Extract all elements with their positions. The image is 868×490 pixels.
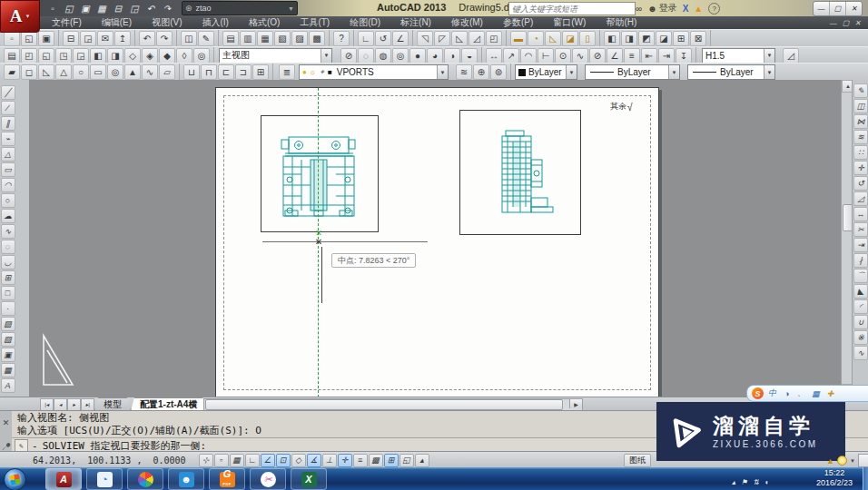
arc-icon[interactable]: ◠ bbox=[1, 178, 15, 192]
snap-mode-toggle[interactable]: ▫ bbox=[214, 454, 229, 467]
qat-print-icon[interactable]: ◲ bbox=[127, 2, 142, 15]
annotation-bulb-icon[interactable] bbox=[837, 456, 847, 466]
qat-plot-icon[interactable]: ⊟ bbox=[111, 2, 125, 15]
qat-redo-icon[interactable]: ↷ bbox=[160, 2, 174, 15]
tab-first-button[interactable]: |◂ bbox=[40, 398, 54, 411]
wireframe-2d-icon[interactable]: ◌ bbox=[358, 48, 374, 64]
tab-layout-a4[interactable]: 配置1-zt-A4横 bbox=[131, 397, 206, 411]
extend-icon[interactable]: ⇥ bbox=[853, 238, 868, 252]
view-dropdown[interactable]: 主视图▼ bbox=[219, 48, 332, 64]
union-icon[interactable]: ⊔ bbox=[183, 64, 200, 80]
designcenter-icon[interactable]: ▥ bbox=[240, 31, 256, 46]
qat-undo-icon[interactable]: ↶ bbox=[143, 2, 158, 15]
tray-volume-icon[interactable]: ◖ bbox=[764, 478, 769, 486]
preview-icon[interactable]: ◲ bbox=[80, 31, 96, 46]
surface-ruled-icon[interactable]: ◪ bbox=[562, 31, 578, 46]
undo-icon[interactable]: ↶ bbox=[139, 31, 155, 46]
ucs-x-icon[interactable]: ◹ bbox=[417, 31, 433, 46]
insert-block-icon[interactable]: ⊞ bbox=[1, 270, 15, 285]
ortho-mode-toggle[interactable]: ∟ bbox=[245, 454, 260, 467]
trim-icon[interactable]: ✂ bbox=[853, 222, 868, 237]
construction-line-icon[interactable]: ∕ bbox=[1, 101, 15, 115]
sketchy-icon[interactable]: ◒ bbox=[461, 48, 478, 64]
object-snap-3d-toggle[interactable]: ◇ bbox=[291, 454, 306, 467]
layer-dropdown[interactable]: ●☼✦■ VPORTS ▼ bbox=[299, 64, 449, 80]
shaded-icon[interactable]: ◑ bbox=[444, 48, 460, 64]
make-block-icon[interactable]: □ bbox=[1, 286, 15, 300]
qat-save-as-icon[interactable]: ▦ bbox=[94, 2, 109, 15]
view-front-icon[interactable]: ◧ bbox=[90, 48, 106, 64]
fillet-icon[interactable]: ◜ bbox=[853, 299, 868, 314]
press-pull-icon[interactable]: ⊞ bbox=[252, 64, 269, 80]
new-icon[interactable]: ▫ bbox=[4, 31, 20, 46]
ime-toolbox-icon[interactable]: ✚ bbox=[824, 387, 836, 399]
chevron-down-icon[interactable]: ▼ bbox=[850, 458, 855, 464]
wireframe-icon[interactable]: ◍ bbox=[375, 48, 391, 64]
taskbar-sogou-input[interactable]: ☻ bbox=[168, 468, 204, 490]
qat-new-icon[interactable]: ▫ bbox=[45, 2, 60, 15]
close-button[interactable]: ✕ bbox=[846, 2, 862, 15]
explode-icon[interactable]: ※ bbox=[853, 330, 868, 345]
layer-states-icon[interactable]: ≋ bbox=[456, 64, 472, 80]
ucs-view-icon[interactable]: ◰ bbox=[486, 31, 502, 46]
polygon-icon[interactable]: △ bbox=[1, 147, 15, 162]
polysolid-icon[interactable]: ▰ bbox=[4, 64, 20, 80]
circle-icon[interactable]: ○ bbox=[1, 193, 15, 208]
polyline-icon[interactable]: ⌁ bbox=[1, 132, 15, 146]
break-icon[interactable]: ⌒ bbox=[853, 269, 868, 283]
selection-cycling-toggle[interactable]: ◱ bbox=[399, 454, 414, 467]
dim-quick-icon[interactable]: ≡ bbox=[624, 48, 640, 64]
lineweight-dropdown[interactable]: ByLayer▼ bbox=[687, 64, 775, 80]
menu-item[interactable]: 插入(I) bbox=[192, 16, 238, 29]
publish-icon[interactable]: ✉ bbox=[97, 31, 113, 46]
show-desktop-button[interactable] bbox=[863, 467, 868, 490]
multiline-icon[interactable]: ∥ bbox=[1, 116, 15, 131]
dim-aligned-icon[interactable]: ↗ bbox=[503, 48, 519, 64]
annotation-monitor-toggle[interactable]: ▴ bbox=[415, 454, 429, 467]
redo-icon[interactable]: ↷ bbox=[156, 31, 173, 46]
infer-constraints-toggle[interactable]: ⊹ bbox=[199, 454, 213, 467]
ucs-object-icon[interactable]: ∠ bbox=[392, 31, 409, 46]
application-menu-button[interactable]: A▼ bbox=[0, 0, 40, 33]
copy-clip-icon[interactable]: ◫ bbox=[181, 31, 197, 46]
dim-leader-icon[interactable]: ↧ bbox=[676, 48, 692, 64]
plane-icon[interactable]: ▱ bbox=[159, 64, 175, 80]
layer-properties-icon[interactable]: ≣ bbox=[279, 64, 295, 80]
scale-icon[interactable]: ◿ bbox=[853, 191, 868, 206]
menu-item[interactable]: 窗口(W) bbox=[543, 16, 596, 29]
conceptual-icon[interactable]: ◕ bbox=[427, 48, 443, 64]
draworder-under-icon[interactable]: ◪ bbox=[656, 31, 672, 46]
annotation-warning-icon[interactable]: ▲ bbox=[826, 456, 834, 466]
linetype-dropdown[interactable]: ByLayer▼ bbox=[585, 64, 680, 80]
erase-icon[interactable]: ✎ bbox=[853, 83, 868, 98]
taskbar-excel[interactable]: X bbox=[291, 468, 327, 490]
view-left-icon[interactable]: ◳ bbox=[55, 48, 72, 64]
quickcalc-icon[interactable]: ▩ bbox=[309, 31, 325, 46]
ucs-world-icon[interactable]: ↺ bbox=[375, 31, 391, 46]
start-button[interactable] bbox=[4, 468, 26, 490]
subtract-icon[interactable]: ⊓ bbox=[201, 64, 217, 80]
revision-cloud-icon[interactable]: ☁ bbox=[1, 209, 15, 223]
transparency-toggle[interactable]: ▩ bbox=[369, 454, 383, 467]
surface-tab-icon[interactable]: ▯ bbox=[579, 31, 596, 46]
sheet-set-icon[interactable]: ▧ bbox=[274, 31, 291, 46]
alert-badge-icon[interactable]: ▲ bbox=[694, 4, 703, 14]
ime-halfwidth-icon[interactable]: ◑ bbox=[781, 387, 793, 399]
surface-edge-icon[interactable]: ◺ bbox=[545, 31, 561, 46]
extrude-icon[interactable]: ⊐ bbox=[235, 64, 252, 80]
search-icon[interactable]: ∞ bbox=[636, 4, 642, 14]
open-icon[interactable]: ◱ bbox=[21, 31, 37, 46]
torus-icon[interactable]: ◎ bbox=[107, 64, 123, 80]
horizontal-scrollbar[interactable]: ▶ bbox=[203, 398, 583, 411]
surface-revolve-icon[interactable]: ◔ bbox=[528, 31, 544, 46]
rotate-icon[interactable]: ↺ bbox=[853, 176, 868, 191]
wedge-icon[interactable]: ◺ bbox=[38, 64, 54, 80]
command-window-grip[interactable]: ✕ bbox=[0, 411, 13, 452]
tab-last-button[interactable]: ▸| bbox=[81, 398, 94, 411]
sogou-logo-icon[interactable]: S bbox=[752, 387, 764, 399]
dim-arc-icon[interactable]: ◠ bbox=[520, 48, 537, 64]
view-sw-iso-icon[interactable]: ◇ bbox=[124, 48, 141, 64]
view-se-iso-icon[interactable]: ◈ bbox=[142, 48, 158, 64]
polar-tracking-toggle[interactable]: ∠ bbox=[261, 454, 275, 467]
dynamic-input-toggle[interactable]: ✛ bbox=[338, 454, 352, 467]
